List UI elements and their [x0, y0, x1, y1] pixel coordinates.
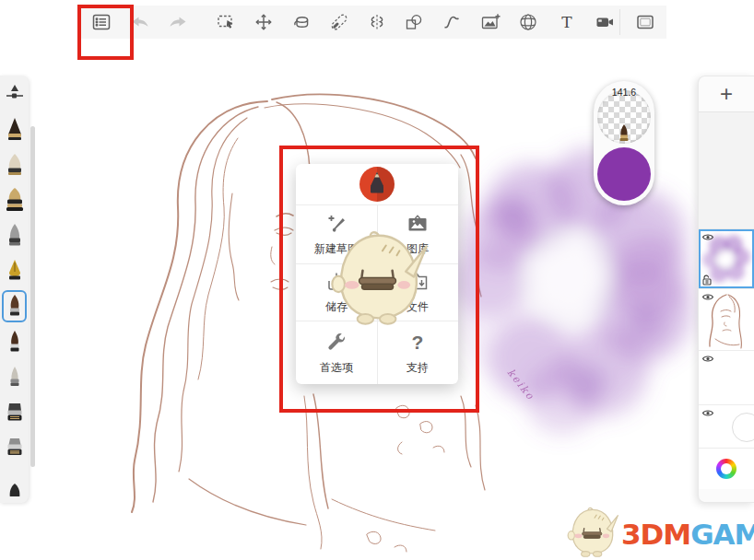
selected-brush-outline: [2, 290, 27, 322]
brush-item-flat1[interactable]: [0, 395, 29, 431]
transform-tool-button[interactable]: [248, 7, 279, 37]
color-picker-button[interactable]: [699, 449, 754, 489]
brush-item-inking[interactable]: [0, 146, 29, 182]
layers-empty-area: [699, 112, 754, 229]
camera-icon: [594, 11, 616, 33]
sketchbook-logo: [359, 167, 395, 202]
brush-item-pen-nib[interactable]: [0, 253, 29, 289]
layer-watercolor[interactable]: [699, 229, 754, 289]
flat-brush-icon: [5, 400, 25, 426]
watermark-duck-mascot: [324, 228, 433, 332]
brush-puck[interactable]: [597, 90, 651, 144]
top-toolbar: T: [78, 6, 666, 39]
toolbar-divider: [619, 9, 620, 35]
fill-tool-button[interactable]: [286, 7, 317, 37]
layer-background[interactable]: [699, 405, 754, 449]
brush-panel: [0, 76, 29, 503]
layer-visibility-eye-icon[interactable]: [701, 408, 714, 418]
support-icon: ?: [412, 331, 424, 355]
marker-brush-icon: [4, 186, 26, 214]
svg-text:T: T: [561, 13, 572, 31]
layer-lock-icon[interactable]: [701, 274, 713, 286]
add-layer-button[interactable]: +: [699, 76, 754, 112]
color-puck[interactable]: [597, 147, 651, 201]
selection-icon: [215, 11, 237, 33]
symmetry-tool-button[interactable]: [361, 7, 393, 37]
undo-button[interactable]: [124, 7, 156, 37]
brush-size-slider[interactable]: [0, 76, 29, 111]
color-wheel-icon: [716, 459, 736, 479]
brush-tip-icon: [618, 123, 630, 144]
perspective-tool-button[interactable]: [512, 7, 544, 37]
layer-empty[interactable]: [699, 351, 754, 405]
transform-move-icon: [253, 11, 275, 33]
layers-panel: +: [698, 76, 754, 503]
paint-bucket-icon: [290, 11, 312, 33]
background-color-swatch[interactable]: [732, 413, 754, 442]
brush-item-partial[interactable]: [0, 466, 29, 502]
stroke-tool-button[interactable]: [436, 7, 467, 37]
layer-sketch[interactable]: [699, 289, 754, 351]
fullscreen-button[interactable]: [630, 7, 661, 37]
pencil-brush-icon: [5, 116, 25, 142]
menu-button[interactable]: [86, 7, 117, 37]
brush-item-pencil[interactable]: [0, 111, 29, 147]
inking-brush-icon: [5, 151, 25, 177]
brush-item-paint-selected[interactable]: [0, 288, 29, 324]
symmetry-icon: [366, 11, 388, 33]
pen-nib-icon: [6, 258, 24, 284]
brand-3dm: 3DM: [621, 518, 690, 551]
round-brush-icon: [6, 329, 23, 355]
perspective-globe-icon: [517, 11, 539, 33]
layer-visibility-eye-icon[interactable]: [701, 292, 714, 302]
text-tool-button[interactable]: T: [551, 7, 583, 37]
brush-color-puck: 141.6: [594, 81, 654, 205]
preferences-wrench-icon: [324, 331, 348, 355]
blend-marker-icon: [328, 11, 350, 33]
fullscreen-icon: [634, 11, 656, 33]
selection-tool-button[interactable]: [210, 7, 242, 37]
popup-header: [296, 164, 458, 205]
soft-brush-icon: [6, 364, 23, 390]
watercolor-heart: [447, 147, 693, 435]
redo-arrow-icon: [167, 11, 189, 33]
import-image-button[interactable]: [475, 7, 506, 37]
watermark-duck-small: [564, 506, 621, 560]
brush-panel-scrollbar[interactable]: [30, 126, 35, 467]
undo-arrow-icon: [129, 11, 151, 33]
layer-visibility-eye-icon[interactable]: [701, 354, 714, 364]
chisel-brush-icon: [5, 222, 25, 248]
flat-brush2-icon: [5, 435, 25, 461]
shapes-icon: [403, 11, 425, 33]
layer-visibility-eye-icon[interactable]: [701, 232, 714, 242]
brush-size-slider-icon: [5, 81, 25, 105]
redo-button[interactable]: [162, 7, 194, 37]
menu-icon: [90, 11, 112, 33]
blend-tool-button[interactable]: [324, 7, 355, 37]
text-tool-icon: T: [556, 11, 578, 33]
partial-brush-icon: [6, 471, 24, 496]
watermark-brand-text: 3DMGAME™: [621, 505, 754, 560]
brush-size-value: 141.6: [594, 87, 654, 98]
shapes-tool-button[interactable]: [398, 7, 430, 37]
import-image-icon: [479, 11, 501, 33]
brush-item-soft[interactable]: [0, 359, 29, 395]
brush-item-chisel[interactable]: [0, 217, 29, 253]
brush-item-marker[interactable]: [0, 182, 29, 218]
brush-item-paint2[interactable]: [0, 324, 29, 360]
brand-game: GAME: [690, 518, 754, 551]
watermark-3dmgame: 3DMGAME™: [564, 505, 754, 560]
menu-item-label: 支持: [406, 360, 429, 376]
brush-item-flat2[interactable]: [0, 430, 29, 466]
menu-item-label: 首选项: [320, 360, 353, 376]
time-lapse-button[interactable]: [589, 7, 620, 37]
stroke-curve-icon: [441, 11, 463, 33]
